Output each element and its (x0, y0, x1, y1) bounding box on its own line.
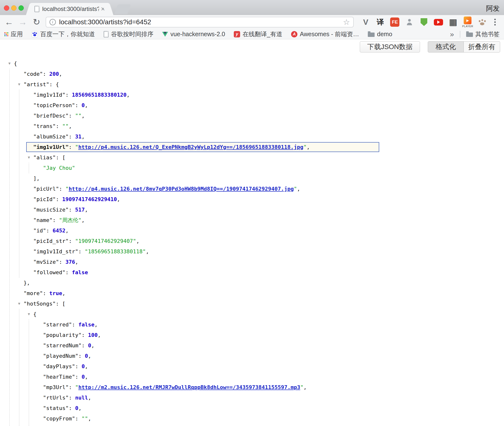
json-row: "popularity": 100, (0, 330, 504, 340)
json-key: "img1v1Id_str" (33, 248, 78, 255)
bookmark-awesomes[interactable]: A Awesomes - 前端资… (291, 30, 359, 38)
json-punctuation: : (72, 322, 78, 328)
bookmark-vue-hackernews[interactable]: vue-hackernews-2.0 (162, 31, 225, 38)
apps-grid-icon (4, 32, 8, 36)
collapse-toggle-icon[interactable]: ▼ (16, 79, 22, 90)
paw-extension-icon[interactable] (477, 16, 488, 28)
vimium-extension-icon[interactable]: V (360, 16, 371, 28)
bookmarks-overflow-chevron[interactable]: » (450, 30, 454, 38)
translate-glyph: 译 (377, 17, 384, 27)
fullscreen-window-button[interactable] (18, 5, 24, 11)
collapse-toggle-icon[interactable]: ▼ (16, 298, 22, 309)
back-icon[interactable]: ← (4, 17, 14, 27)
bookmark-label: 谷歌按时间排序 (111, 30, 153, 38)
translate-extension-icon[interactable]: 译 (375, 16, 386, 28)
json-punctuation: , (297, 186, 300, 192)
json-boolean: false (72, 269, 88, 275)
tab-close-icon[interactable]: × (101, 6, 105, 12)
json-string: " (75, 384, 78, 390)
profile-person-icon[interactable] (404, 16, 415, 28)
json-number: 0 (85, 353, 88, 359)
json-url-link[interactable]: http://p4.music.126.net/8mv7qP30Pd3oHW8b… (69, 186, 294, 192)
json-boolean: false (78, 322, 94, 328)
close-window-button[interactable] (4, 5, 9, 11)
download-json-button[interactable]: 下载JSON数据 (360, 41, 420, 52)
json-number: 517 (75, 207, 85, 213)
vue-favicon (162, 32, 168, 37)
json-key: "briefDesc" (33, 113, 69, 119)
json-punctuation: , (85, 374, 88, 380)
bookmark-youdao-translate[interactable]: y 在线翻译_有道 (234, 30, 282, 38)
reload-icon[interactable]: ↻ (32, 17, 41, 27)
shield-icon (420, 18, 427, 26)
json-punctuation: : (69, 144, 75, 150)
json-key: "musicSize" (33, 207, 69, 213)
json-row: }, (0, 278, 504, 288)
youtube-extension-icon[interactable] (433, 16, 444, 28)
json-url-link[interactable]: http://p4.music.126.net/Q_ExePNkmgB2yWyL… (78, 144, 303, 150)
json-key: "trans" (33, 123, 56, 129)
info-icon[interactable]: i (50, 19, 56, 25)
json-punctuation: , (136, 238, 139, 244)
player-extension-icon[interactable]: ▶ PLAYER (462, 16, 473, 28)
json-row: "name": "周杰伦", (0, 215, 504, 225)
browser-menu-icon[interactable] (490, 17, 500, 27)
other-bookmarks-folder[interactable]: 其他书签 (466, 30, 500, 38)
folder-icon (368, 33, 375, 37)
json-punctuation: : (56, 196, 62, 202)
json-key: "picId_str" (33, 238, 69, 244)
json-key: "more" (24, 290, 43, 296)
json-punctuation: { (14, 60, 17, 67)
json-number: 6452 (52, 228, 65, 234)
new-tab-button[interactable] (114, 4, 131, 14)
qr-glyph: ▦ (449, 18, 457, 26)
collapse-toggle-icon[interactable]: ▼ (26, 152, 32, 163)
json-row: "img1v1Id_str": "18569651883380118", (0, 246, 504, 257)
json-key: "hotSongs" (24, 301, 56, 307)
json-punctuation: : (65, 92, 72, 98)
url-bar[interactable]: i localhost:3000/artists?id=6452 ☆ (46, 17, 354, 27)
bookmark-folder-demo[interactable]: demo (368, 31, 392, 38)
json-number: 0 (82, 363, 85, 369)
json-number: 200 (49, 71, 59, 77)
bookmark-label: 在线翻译_有道 (243, 30, 282, 38)
json-punctuation: , (85, 207, 88, 213)
json-punctuation: , (146, 248, 149, 255)
fehelper-extension-icon[interactable]: FE (389, 16, 400, 28)
json-key: "picUrl" (33, 186, 59, 192)
collapse-all-button[interactable]: 折叠所有 (464, 41, 500, 52)
json-string: "Jay Chou" (43, 165, 75, 171)
adblock-shield-icon[interactable] (418, 16, 429, 28)
json-punctuation: : (82, 342, 88, 349)
json-row: "hearTime": 0, (0, 372, 504, 382)
json-punctuation: : (52, 217, 59, 223)
apps-shortcut[interactable]: 应用 (4, 30, 23, 38)
json-row: "starredNum": 0, (0, 340, 504, 351)
json-punctuation: : (59, 259, 66, 265)
page-favicon-icon (104, 31, 109, 37)
json-punctuation: : (69, 405, 75, 411)
json-row: "starred": false, (0, 319, 504, 330)
format-button[interactable]: 格式化 (428, 41, 464, 52)
json-punctuation: , (307, 144, 310, 150)
qr-code-extension-icon[interactable]: ▦ (447, 16, 459, 28)
profile-name-label: 阿发 (486, 4, 500, 13)
bookmark-google-sort[interactable]: 谷歌按时间排序 (104, 30, 153, 38)
collapse-toggle-icon[interactable]: ▼ (26, 309, 32, 319)
browser-tab[interactable]: localhost:3000/artists?id=645 × (31, 3, 108, 15)
json-punctuation: : (69, 113, 75, 119)
json-punctuation: , (82, 134, 85, 140)
minimize-window-button[interactable] (11, 5, 17, 11)
folder-icon (466, 33, 473, 37)
json-punctuation: : (56, 301, 62, 307)
youtube-play-icon (434, 19, 443, 26)
json-string: "" (62, 123, 69, 129)
bookmark-label: demo (377, 31, 392, 38)
bookmark-baidu[interactable]: 百度一下，你就知道 (32, 30, 95, 38)
bookmark-star-icon[interactable]: ☆ (343, 17, 350, 27)
player-play-icon: ▶ (464, 17, 471, 24)
youdao-favicon: y (234, 31, 240, 37)
json-url-link[interactable]: http://m2.music.126.net/RMJR7wDullRqppBk… (78, 384, 300, 390)
url-text[interactable]: localhost:3000/artists?id=6452 (59, 18, 341, 26)
collapse-toggle-icon[interactable]: ▼ (7, 58, 12, 69)
